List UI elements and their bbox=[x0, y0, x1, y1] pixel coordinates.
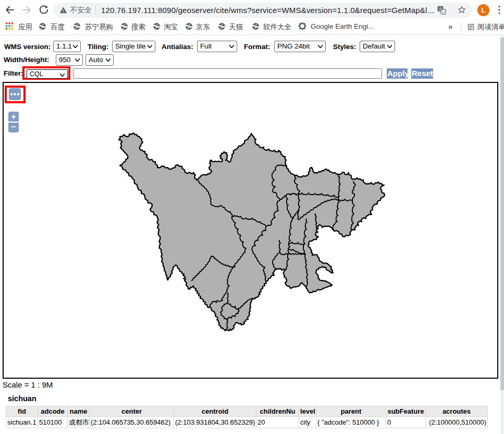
svg-text:G: G bbox=[442, 10, 445, 15]
